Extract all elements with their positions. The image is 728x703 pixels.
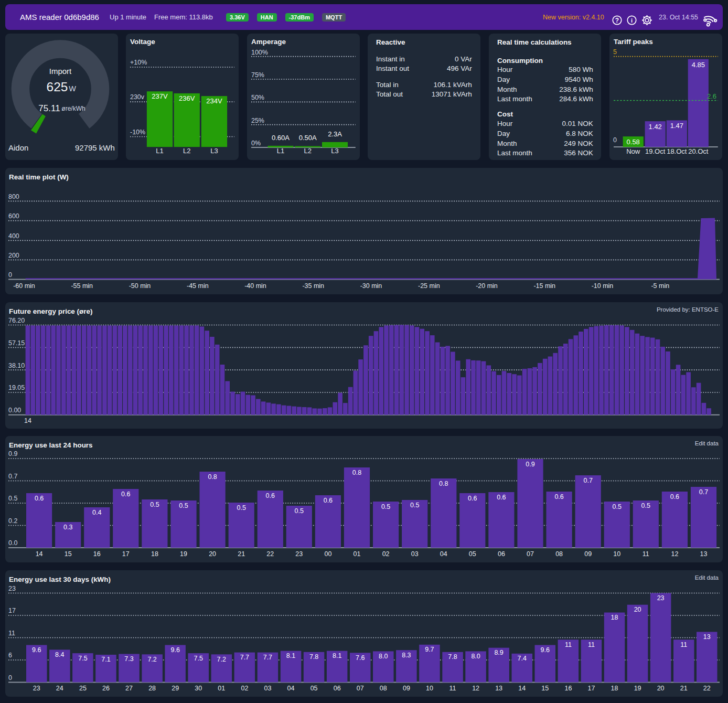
svg-text:20: 20	[657, 685, 665, 692]
svg-text:0.5: 0.5	[8, 495, 17, 503]
svg-text:0.60A: 0.60A	[272, 134, 290, 142]
svg-text:-45 min: -45 min	[187, 282, 209, 290]
svg-text:Instant in: Instant in	[376, 55, 405, 63]
svg-text:0.5: 0.5	[381, 503, 390, 510]
svg-text:7.8: 7.8	[448, 653, 457, 661]
svg-text:8.3: 8.3	[402, 651, 411, 658]
svg-text:0: 0	[8, 674, 12, 681]
svg-text:-40 min: -40 min	[244, 282, 266, 290]
svg-text:0: 0	[613, 136, 617, 144]
svg-text:07: 07	[527, 550, 534, 558]
svg-text:0.7: 0.7	[584, 477, 593, 484]
svg-text:-10 min: -10 min	[592, 282, 614, 290]
svg-text:1.47: 1.47	[670, 122, 683, 130]
svg-text:0.01 NOK: 0.01 NOK	[562, 120, 593, 127]
svg-text:26: 26	[102, 685, 110, 692]
svg-text:Month: Month	[497, 86, 517, 93]
svg-text:Total in: Total in	[376, 81, 399, 89]
svg-text:0.2: 0.2	[8, 517, 17, 525]
svg-text:Edit data: Edit data	[695, 574, 719, 581]
svg-text:11: 11	[680, 641, 687, 648]
svg-text:L1: L1	[156, 147, 164, 155]
svg-text:2.3A: 2.3A	[328, 130, 342, 138]
svg-text:Real time calculations: Real time calculations	[497, 38, 572, 46]
svg-text:17: 17	[587, 685, 595, 692]
svg-text:0.6: 0.6	[468, 495, 477, 502]
svg-text:0.5: 0.5	[410, 502, 419, 509]
svg-text:-60 min: -60 min	[13, 282, 35, 290]
svg-text:04: 04	[287, 685, 295, 692]
svg-text:-50 min: -50 min	[129, 282, 151, 290]
svg-text:9.7: 9.7	[425, 646, 434, 653]
svg-text:19: 19	[634, 685, 641, 692]
svg-text:21: 21	[680, 685, 688, 692]
svg-text:Hour: Hour	[497, 66, 513, 74]
svg-text:01: 01	[218, 685, 225, 692]
svg-text:11: 11	[588, 641, 595, 648]
svg-text:106.1 kVArh: 106.1 kVArh	[434, 81, 472, 89]
svg-text:8.1: 8.1	[333, 652, 341, 659]
svg-text:?: ?	[615, 17, 619, 24]
svg-text:9540 Wh: 9540 Wh	[564, 76, 593, 83]
svg-text:0.7: 0.7	[699, 488, 708, 496]
svg-text:20.Oct: 20.Oct	[688, 147, 709, 155]
svg-text:03: 03	[264, 685, 271, 692]
svg-text:02: 02	[382, 550, 390, 558]
svg-text:8.4: 8.4	[55, 651, 64, 658]
svg-text:0.8: 0.8	[208, 473, 217, 481]
svg-text:23: 23	[8, 585, 16, 592]
svg-text:20: 20	[634, 606, 641, 613]
svg-text:7.7: 7.7	[240, 654, 249, 661]
svg-text:-25 min: -25 min	[418, 282, 440, 290]
svg-text:19: 19	[180, 550, 187, 558]
svg-text:9.6: 9.6	[541, 646, 550, 653]
svg-text:22: 22	[703, 685, 711, 692]
svg-text:Future energy price (øre): Future energy price (øre)	[9, 307, 93, 315]
svg-text:7.6: 7.6	[356, 654, 365, 661]
svg-text:8.0: 8.0	[379, 652, 388, 659]
svg-text:1.42: 1.42	[649, 123, 662, 131]
svg-text:8.1: 8.1	[286, 652, 295, 659]
svg-text:00: 00	[324, 550, 331, 558]
svg-text:27: 27	[125, 685, 133, 692]
svg-text:L2: L2	[183, 147, 190, 155]
svg-text:0.5: 0.5	[237, 504, 246, 512]
svg-text:23: 23	[295, 550, 303, 558]
svg-text:25: 25	[79, 685, 87, 692]
svg-text:-15 min: -15 min	[533, 282, 555, 290]
svg-text:0.6: 0.6	[324, 497, 333, 504]
svg-text:7.2: 7.2	[217, 655, 226, 663]
svg-text:8.9: 8.9	[494, 649, 503, 656]
svg-text:24: 24	[56, 685, 63, 692]
svg-text:7.5: 7.5	[194, 654, 203, 662]
svg-text:05: 05	[469, 550, 476, 558]
svg-text:Consumption: Consumption	[497, 57, 543, 65]
svg-text:23: 23	[657, 594, 665, 602]
svg-text:+10%: +10%	[130, 59, 147, 66]
svg-text:L3: L3	[211, 147, 218, 155]
svg-text:12: 12	[671, 550, 678, 558]
svg-text:0.5: 0.5	[613, 503, 622, 510]
svg-text:-55 min: -55 min	[71, 282, 93, 290]
svg-text:2.6: 2.6	[707, 92, 716, 100]
svg-text:238.6 kWh: 238.6 kWh	[559, 86, 593, 93]
svg-text:76.20: 76.20	[8, 317, 25, 324]
svg-text:9.6: 9.6	[32, 646, 41, 653]
svg-text:23: 23	[33, 685, 40, 692]
svg-text:Import: Import	[49, 67, 72, 76]
svg-text:-30 min: -30 min	[360, 282, 382, 290]
svg-text:14: 14	[36, 550, 43, 558]
svg-text:0.6: 0.6	[121, 491, 130, 498]
svg-text:-35 min: -35 min	[302, 282, 324, 290]
svg-text:600: 600	[8, 212, 19, 220]
svg-text:14: 14	[518, 685, 526, 692]
svg-text:580 Wh: 580 Wh	[569, 66, 593, 74]
svg-text:0.5: 0.5	[641, 502, 650, 509]
svg-text:L3: L3	[331, 147, 338, 155]
svg-text:236V: 236V	[179, 94, 195, 102]
svg-text:0.0: 0.0	[8, 539, 17, 547]
svg-text:0.3: 0.3	[63, 524, 72, 531]
svg-text:7.1: 7.1	[101, 656, 110, 663]
svg-text:17: 17	[122, 550, 130, 558]
svg-text:356 NOK: 356 NOK	[564, 149, 593, 157]
